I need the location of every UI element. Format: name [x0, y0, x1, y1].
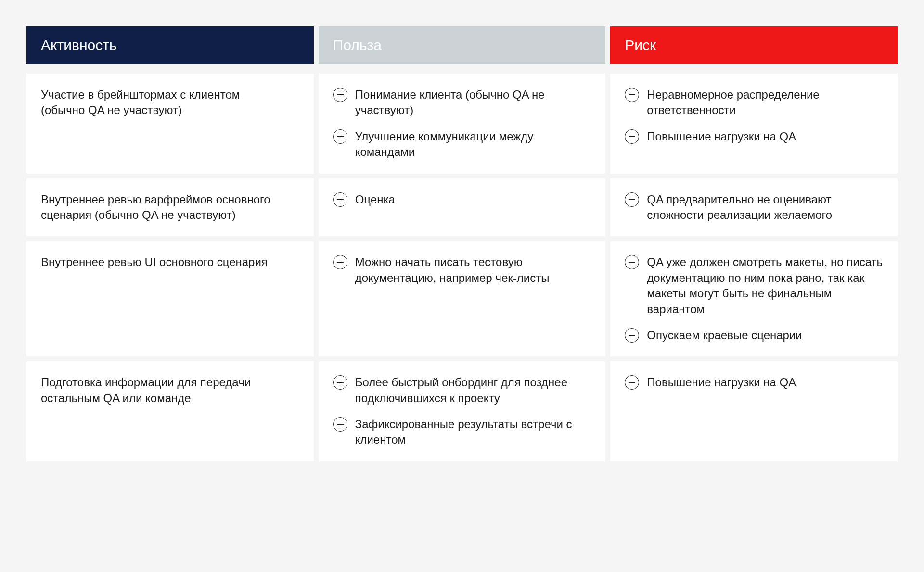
plus-icon	[333, 375, 347, 390]
benefit-text: Зафиксированные результаты встречи с кли…	[355, 417, 591, 448]
activity-cell: Подготовка информации для передачи остал…	[26, 361, 314, 461]
risk-text: QA уже должен смотреть макеты, но писать…	[647, 254, 883, 317]
minus-icon	[625, 375, 639, 390]
benefit-cell: Можно начать писать тестовую документаци…	[319, 241, 606, 356]
risk-text: Опускаем краевые сценарии	[647, 328, 883, 343]
list-item: Повышение нагрузки на QA	[625, 129, 883, 144]
activity-text: Участие в брейнштормах с клиентом (обычн…	[41, 87, 286, 118]
activity-text: Внутреннее ревью UI основного сценария	[41, 254, 286, 270]
risk-list: QA предварительно не оценивают сложности…	[625, 192, 883, 223]
risk-cell: QA предварительно не оценивают сложности…	[610, 178, 898, 237]
risk-list: QA уже должен смотреть макеты, но писать…	[625, 254, 883, 343]
plus-icon	[333, 417, 347, 432]
plus-icon	[333, 129, 347, 144]
activity-text: Внутреннее ревью варфреймов основного сц…	[41, 192, 286, 223]
risk-list: Неравномерное распределение ответственно…	[625, 87, 883, 144]
risk-text: Повышение нагрузки на QA	[647, 129, 883, 144]
benefit-text: Понимание клиента (обычно QA не участвую…	[355, 87, 591, 118]
list-item: Улучшение коммуникации между командами	[333, 129, 591, 160]
risk-cell: Неравномерное распределение ответственно…	[610, 74, 898, 174]
benefit-list: Оценка	[333, 192, 591, 207]
list-item: Понимание клиента (обычно QA не участвую…	[333, 87, 591, 118]
risk-list: Повышение нагрузки на QA	[625, 375, 883, 390]
list-item: QA уже должен смотреть макеты, но писать…	[625, 254, 883, 317]
plus-icon	[333, 255, 347, 269]
plus-icon	[333, 192, 347, 207]
list-item: Неравномерное распределение ответственно…	[625, 87, 883, 118]
activity-cell: Внутреннее ревью варфреймов основного сц…	[26, 178, 314, 237]
activity-cell: Внутреннее ревью UI основного сценария	[26, 241, 314, 356]
list-item: Оценка	[333, 192, 591, 207]
benefit-list: Понимание клиента (обычно QA не участвую…	[333, 87, 591, 160]
activity-text: Подготовка информации для передачи остал…	[41, 375, 286, 406]
minus-icon	[625, 88, 639, 102]
benefit-cell: Понимание клиента (обычно QA не участвую…	[319, 74, 606, 174]
minus-icon	[625, 129, 639, 144]
activity-cell: Участие в брейнштормах с клиентом (обычн…	[26, 74, 314, 174]
header-benefit: Польза	[319, 26, 606, 64]
risk-text: Неравномерное распределение ответственно…	[647, 87, 883, 118]
benefit-list: Более быстрый онбординг для позднее подк…	[333, 375, 591, 448]
benefit-cell: Более быстрый онбординг для позднее подк…	[319, 361, 606, 461]
benefit-text: Можно начать писать тестовую документаци…	[355, 254, 591, 286]
minus-icon	[625, 192, 639, 207]
minus-icon	[625, 255, 639, 269]
header-risk: Риск	[610, 26, 898, 64]
risk-text: QA предварительно не оценивают сложности…	[647, 192, 883, 223]
list-item: QA предварительно не оценивают сложности…	[625, 192, 883, 223]
benefit-cell: Оценка	[319, 178, 606, 237]
benefit-text: Более быстрый онбординг для позднее подк…	[355, 375, 591, 406]
list-item: Опускаем краевые сценарии	[625, 328, 883, 343]
list-item: Более быстрый онбординг для позднее подк…	[333, 375, 591, 406]
benefit-text: Оценка	[355, 192, 591, 207]
plus-icon	[333, 88, 347, 102]
benefit-text: Улучшение коммуникации между командами	[355, 129, 591, 160]
comparison-table: Активность Польза Риск Участие в брейншт…	[26, 26, 898, 461]
list-item: Можно начать писать тестовую документаци…	[333, 254, 591, 286]
list-item: Зафиксированные результаты встречи с кли…	[333, 417, 591, 448]
header-activity: Активность	[26, 26, 314, 64]
risk-cell: Повышение нагрузки на QA	[610, 361, 898, 461]
minus-icon	[625, 328, 639, 343]
benefit-list: Можно начать писать тестовую документаци…	[333, 254, 591, 286]
list-item: Повышение нагрузки на QA	[625, 375, 883, 390]
risk-text: Повышение нагрузки на QA	[647, 375, 883, 390]
risk-cell: QA уже должен смотреть макеты, но писать…	[610, 241, 898, 356]
